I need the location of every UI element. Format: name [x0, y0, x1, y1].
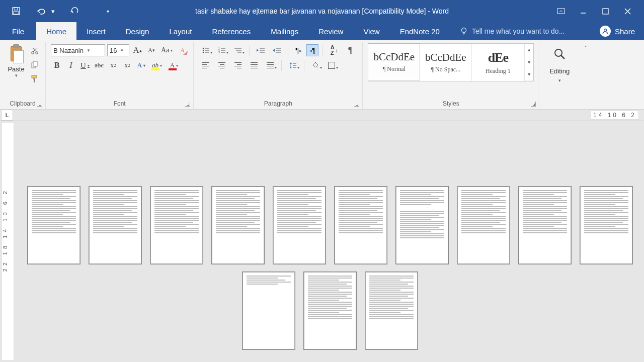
style-gallery: bCcDdEe ¶ Normal bCcDdEe ¶ No Spac... dE… — [368, 43, 534, 81]
style-normal[interactable]: bCcDdEe ¶ Normal — [368, 43, 420, 80]
tab-selector[interactable]: L — [1, 110, 13, 121]
page-thumbnails[interactable] — [16, 121, 644, 362]
align-left-icon[interactable] — [199, 59, 213, 71]
format-painter-icon[interactable] — [29, 73, 40, 84]
paste-button[interactable]: Paste ▾ — [5, 43, 27, 78]
svg-rect-3 — [557, 9, 565, 14]
page-thumbnail[interactable] — [303, 272, 357, 350]
editing-label-text: Editing — [549, 67, 570, 75]
rtl-button[interactable]: ◂¶ — [306, 44, 318, 56]
page-thumbnail[interactable] — [457, 186, 510, 264]
page-thumbnail[interactable] — [395, 186, 449, 264]
tab-insert[interactable]: Insert — [76, 22, 116, 40]
page-thumbnail[interactable] — [211, 186, 265, 264]
styles-scroll-up-icon[interactable]: ▲ — [525, 44, 533, 56]
copy-icon[interactable] — [29, 59, 40, 70]
underline-button[interactable]: U — [79, 59, 91, 71]
line-spacing-icon[interactable] — [286, 59, 300, 71]
minimize-icon[interactable] — [576, 5, 591, 17]
decrease-indent-icon[interactable] — [254, 44, 268, 56]
tab-layout[interactable]: Layout — [159, 22, 202, 40]
sort-icon[interactable]: AZ↓ — [327, 44, 341, 56]
align-center-icon[interactable] — [215, 59, 229, 71]
redo-icon[interactable] — [67, 4, 82, 18]
page-thumbnail[interactable] — [365, 272, 418, 350]
find-icon[interactable] — [553, 47, 566, 63]
save-icon[interactable] — [9, 4, 23, 18]
window-title: tasir shabake hay ejtemae bar javanan va… — [195, 7, 449, 15]
strikethrough-button[interactable]: abc — [93, 59, 105, 71]
svg-rect-19 — [33, 78, 35, 79]
tab-review[interactable]: Review — [308, 22, 353, 40]
clipboard-icon — [8, 44, 25, 64]
bold-button[interactable]: B — [51, 59, 63, 71]
tab-endnote[interactable]: EndNote 20 — [390, 22, 450, 40]
horizontal-ruler[interactable]: 14 10 6 2 — [14, 110, 644, 120]
subscript-button[interactable]: x2 — [107, 59, 119, 71]
style-no-spacing[interactable]: bCcDdEe ¶ No Spac... — [420, 44, 472, 81]
page-thumbnail[interactable] — [580, 186, 633, 264]
dialog-launcher-icon[interactable] — [354, 102, 359, 107]
cut-icon[interactable] — [29, 45, 40, 56]
tell-me-placeholder: Tell me what you want to do... — [472, 27, 565, 35]
tab-design[interactable]: Design — [116, 22, 159, 40]
bullets-icon[interactable] — [199, 44, 213, 56]
multilevel-icon[interactable] — [231, 44, 245, 56]
ribbon: Paste ▾ Clipboard B Nazanin▼ 16▼ A▴ A▾ A… — [0, 40, 644, 110]
justify-icon[interactable] — [247, 59, 261, 71]
tab-mailings[interactable]: Mailings — [261, 22, 308, 40]
change-case-icon[interactable]: Aa — [159, 44, 174, 56]
text-effects-icon[interactable]: A — [135, 59, 147, 71]
ltr-button[interactable]: ¶▸ — [292, 44, 304, 56]
distributed-icon[interactable] — [263, 59, 277, 71]
style-heading-1[interactable]: dEe Heading 1 — [472, 44, 524, 81]
increase-indent-icon[interactable] — [270, 44, 284, 56]
page-thumbnail[interactable] — [150, 186, 203, 264]
svg-point-21 — [203, 48, 204, 49]
ribbon-display-icon[interactable] — [553, 5, 569, 17]
font-size-combo[interactable]: 16▼ — [107, 44, 129, 56]
page-thumbnail[interactable] — [518, 186, 572, 264]
superscript-button[interactable]: x2 — [121, 59, 133, 71]
svg-rect-5 — [603, 9, 608, 14]
styles-expand-icon[interactable]: ▼ — [525, 68, 533, 81]
page-thumbnail[interactable] — [27, 186, 80, 264]
tab-references[interactable]: References — [202, 22, 261, 40]
tab-view[interactable]: View — [353, 22, 389, 40]
styles-scroll-down-icon[interactable]: ▼ — [525, 56, 533, 69]
maximize-icon[interactable] — [598, 5, 613, 17]
font-color-icon[interactable]: A — [167, 59, 182, 71]
borders-icon[interactable] — [325, 59, 339, 71]
collapse-ribbon-icon[interactable]: ˄ — [580, 42, 592, 52]
page-thumbnail[interactable] — [242, 272, 295, 350]
page-thumbnail[interactable] — [273, 186, 326, 264]
vertical-ruler[interactable]: 22 18 14 10 6 2 — [2, 123, 14, 360]
increase-font-icon[interactable]: A▴ — [131, 44, 143, 56]
show-hide-icon[interactable]: ¶ — [343, 44, 357, 56]
tell-me-search[interactable]: Tell me what you want to do... — [460, 22, 565, 40]
page-thumbnail[interactable] — [334, 186, 387, 264]
dialog-launcher-icon[interactable] — [185, 102, 190, 107]
close-icon[interactable] — [620, 5, 635, 17]
group-paragraph: 123 ¶▸ ◂¶ AZ↓ ¶ — [194, 42, 363, 109]
dialog-launcher-icon[interactable] — [37, 102, 42, 107]
page-thumbnail[interactable] — [89, 186, 142, 264]
tab-file[interactable]: File — [0, 22, 36, 40]
tab-home[interactable]: Home — [36, 22, 76, 40]
numbering-icon[interactable]: 123 — [215, 44, 229, 56]
qat-customize-icon[interactable]: ▾ — [104, 4, 112, 18]
document-area: 22 18 14 10 6 2 — [0, 121, 644, 362]
font-name-combo[interactable]: B Nazanin▼ — [51, 44, 105, 56]
svg-point-25 — [203, 52, 204, 53]
align-right-icon[interactable] — [231, 59, 245, 71]
decrease-font-icon[interactable]: A▾ — [145, 44, 157, 56]
undo-more-icon[interactable]: ▾ — [49, 4, 56, 18]
shading-icon[interactable] — [308, 59, 323, 71]
dialog-launcher-icon[interactable] — [531, 102, 536, 107]
svg-rect-1 — [14, 8, 18, 10]
italic-button[interactable]: I — [65, 59, 77, 71]
share-button[interactable]: Share — [591, 22, 644, 40]
clear-format-icon[interactable]: A◢ — [176, 44, 188, 56]
undo-icon[interactable] — [34, 4, 48, 18]
highlight-icon[interactable]: ab — [149, 59, 165, 71]
